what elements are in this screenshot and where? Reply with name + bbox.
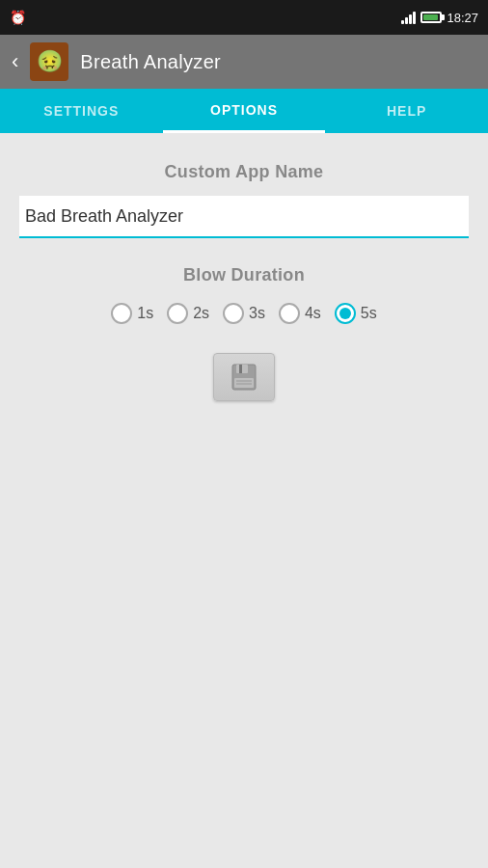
radio-circle-3s [223,303,244,324]
back-icon[interactable]: ‹ [12,51,18,72]
tab-help[interactable]: HELP [325,89,488,133]
save-icon [230,363,258,392]
main-content: Custom App Name Blow Duration 1s 2s 3s 4… [0,133,488,868]
radio-4s[interactable]: 4s [279,303,321,324]
save-button-container [19,353,469,401]
battery-icon [420,12,442,23]
radio-circle-4s [279,303,300,324]
title-bar: ‹ 🤢 Breath Analyzer [0,35,488,89]
tab-settings[interactable]: SETTINGS [0,89,163,133]
radio-circle-2s [167,303,188,324]
custom-app-name-container [19,196,469,238]
svg-rect-2 [239,365,242,373]
app-icon: 🤢 [30,42,68,81]
signal-icon [401,11,416,24]
radio-label-1s: 1s [137,305,153,322]
radio-circle-1s [111,303,132,324]
blow-duration-radio-group: 1s 2s 3s 4s 5s [19,303,469,324]
status-time: 18:27 [447,11,478,25]
svg-rect-3 [234,378,254,388]
tab-options[interactable]: OPTIONS [163,89,326,133]
radio-5s[interactable]: 5s [335,303,377,324]
save-button[interactable] [213,353,275,401]
alarm-icon: ⏰ [10,10,26,25]
radio-2s[interactable]: 2s [167,303,209,324]
radio-3s[interactable]: 3s [223,303,265,324]
page-title: Breath Analyzer [80,51,221,73]
custom-app-name-label: Custom App Name [19,162,469,182]
radio-label-4s: 4s [305,305,321,322]
custom-app-name-input[interactable] [19,196,469,238]
blow-duration-label: Blow Duration [19,265,469,285]
radio-label-2s: 2s [193,305,209,322]
radio-label-5s: 5s [361,305,377,322]
tab-bar: SETTINGS OPTIONS HELP [0,89,488,133]
radio-circle-5s [335,303,356,324]
radio-label-3s: 3s [249,305,265,322]
radio-1s[interactable]: 1s [111,303,153,324]
status-bar: ⏰ 18:27 [0,0,488,35]
